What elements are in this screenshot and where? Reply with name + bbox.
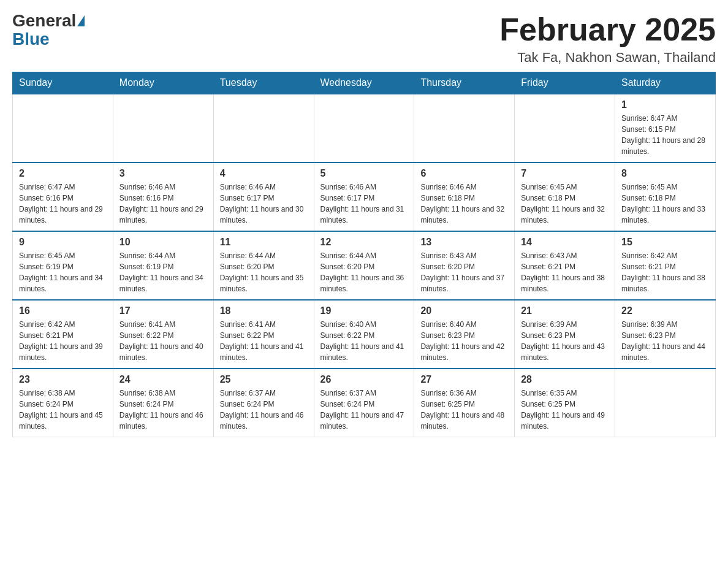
day-info: Sunrise: 6:39 AMSunset: 6:23 PMDaylight:… (521, 319, 609, 363)
calendar-week-row: 2Sunrise: 6:47 AMSunset: 6:16 PMDaylight… (13, 163, 716, 231)
calendar-day-cell: 1Sunrise: 6:47 AMSunset: 6:15 PMDaylight… (615, 94, 716, 163)
day-number: 24 (119, 374, 207, 385)
day-number: 20 (420, 305, 508, 316)
day-info: Sunrise: 6:45 AMSunset: 6:18 PMDaylight:… (621, 182, 709, 226)
day-number: 23 (19, 374, 107, 385)
day-info: Sunrise: 6:47 AMSunset: 6:16 PMDaylight:… (19, 182, 107, 226)
day-number: 3 (119, 168, 207, 179)
header-tuesday: Tuesday (213, 72, 314, 94)
day-number: 22 (621, 305, 709, 316)
calendar-day-cell: 15Sunrise: 6:42 AMSunset: 6:21 PMDayligh… (615, 231, 716, 300)
day-info: Sunrise: 6:40 AMSunset: 6:23 PMDaylight:… (420, 319, 508, 363)
calendar-day-cell: 20Sunrise: 6:40 AMSunset: 6:23 PMDayligh… (414, 300, 515, 369)
day-info: Sunrise: 6:41 AMSunset: 6:22 PMDaylight:… (220, 319, 308, 363)
calendar-day-cell: 27Sunrise: 6:36 AMSunset: 6:25 PMDayligh… (414, 369, 515, 437)
day-number: 4 (220, 168, 308, 179)
calendar-week-row: 1Sunrise: 6:47 AMSunset: 6:15 PMDaylight… (13, 94, 716, 163)
calendar-day-cell: 2Sunrise: 6:47 AMSunset: 6:16 PMDaylight… (13, 163, 113, 231)
calendar-day-cell (515, 94, 615, 163)
day-info: Sunrise: 6:37 AMSunset: 6:24 PMDaylight:… (320, 388, 408, 432)
calendar-week-row: 16Sunrise: 6:42 AMSunset: 6:21 PMDayligh… (13, 300, 716, 369)
day-number: 21 (521, 305, 609, 316)
calendar-day-cell: 13Sunrise: 6:43 AMSunset: 6:20 PMDayligh… (414, 231, 515, 300)
day-number: 1 (621, 99, 709, 110)
day-info: Sunrise: 6:38 AMSunset: 6:24 PMDaylight:… (119, 388, 207, 432)
day-info: Sunrise: 6:39 AMSunset: 6:23 PMDaylight:… (621, 319, 709, 363)
day-number: 18 (220, 305, 308, 316)
header-friday: Friday (515, 72, 615, 94)
calendar-day-cell (615, 369, 716, 437)
day-info: Sunrise: 6:41 AMSunset: 6:22 PMDaylight:… (119, 319, 207, 363)
day-number: 14 (521, 237, 609, 248)
logo-general-text: General (12, 12, 76, 29)
header-sunday: Sunday (13, 72, 113, 94)
calendar-day-cell (13, 94, 113, 163)
calendar-day-cell: 18Sunrise: 6:41 AMSunset: 6:22 PMDayligh… (213, 300, 314, 369)
logo-blue-text: Blue (12, 29, 50, 48)
calendar-day-cell: 11Sunrise: 6:44 AMSunset: 6:20 PMDayligh… (213, 231, 314, 300)
logo: General Blue (12, 12, 86, 49)
logo-triangle-icon (77, 15, 85, 26)
calendar-day-cell: 5Sunrise: 6:46 AMSunset: 6:17 PMDaylight… (314, 163, 414, 231)
day-info: Sunrise: 6:40 AMSunset: 6:22 PMDaylight:… (320, 319, 408, 363)
day-number: 17 (119, 305, 207, 316)
day-number: 5 (320, 168, 408, 179)
day-number: 10 (119, 237, 207, 248)
header-saturday: Saturday (615, 72, 716, 94)
day-number: 19 (320, 305, 408, 316)
day-info: Sunrise: 6:45 AMSunset: 6:19 PMDaylight:… (19, 250, 107, 294)
calendar-day-cell: 10Sunrise: 6:44 AMSunset: 6:19 PMDayligh… (113, 231, 213, 300)
calendar-day-cell: 4Sunrise: 6:46 AMSunset: 6:17 PMDaylight… (213, 163, 314, 231)
calendar-day-cell: 6Sunrise: 6:46 AMSunset: 6:18 PMDaylight… (414, 163, 515, 231)
calendar-week-row: 9Sunrise: 6:45 AMSunset: 6:19 PMDaylight… (13, 231, 716, 300)
calendar-day-cell: 9Sunrise: 6:45 AMSunset: 6:19 PMDaylight… (13, 231, 113, 300)
calendar-day-cell: 24Sunrise: 6:38 AMSunset: 6:24 PMDayligh… (113, 369, 213, 437)
calendar-day-cell: 23Sunrise: 6:38 AMSunset: 6:24 PMDayligh… (13, 369, 113, 437)
calendar-week-row: 23Sunrise: 6:38 AMSunset: 6:24 PMDayligh… (13, 369, 716, 437)
calendar-subtitle: Tak Fa, Nakhon Sawan, Thailand (499, 50, 716, 66)
day-info: Sunrise: 6:44 AMSunset: 6:20 PMDaylight:… (320, 250, 408, 294)
day-info: Sunrise: 6:35 AMSunset: 6:25 PMDaylight:… (521, 388, 609, 432)
calendar-table: SundayMondayTuesdayWednesdayThursdayFrid… (12, 72, 716, 437)
calendar-day-cell: 17Sunrise: 6:41 AMSunset: 6:22 PMDayligh… (113, 300, 213, 369)
title-section: February 2025 Tak Fa, Nakhon Sawan, Thai… (499, 12, 716, 66)
day-number: 13 (420, 237, 508, 248)
day-info: Sunrise: 6:45 AMSunset: 6:18 PMDaylight:… (521, 182, 609, 226)
day-number: 27 (420, 374, 508, 385)
day-number: 2 (19, 168, 107, 179)
calendar-day-cell: 22Sunrise: 6:39 AMSunset: 6:23 PMDayligh… (615, 300, 716, 369)
calendar-header-row: SundayMondayTuesdayWednesdayThursdayFrid… (13, 72, 716, 94)
day-number: 28 (521, 374, 609, 385)
day-number: 11 (220, 237, 308, 248)
calendar-day-cell: 25Sunrise: 6:37 AMSunset: 6:24 PMDayligh… (213, 369, 314, 437)
day-info: Sunrise: 6:42 AMSunset: 6:21 PMDaylight:… (19, 319, 107, 363)
day-info: Sunrise: 6:37 AMSunset: 6:24 PMDaylight:… (220, 388, 308, 432)
day-info: Sunrise: 6:43 AMSunset: 6:21 PMDaylight:… (521, 250, 609, 294)
day-number: 12 (320, 237, 408, 248)
day-info: Sunrise: 6:46 AMSunset: 6:17 PMDaylight:… (320, 182, 408, 226)
calendar-day-cell: 28Sunrise: 6:35 AMSunset: 6:25 PMDayligh… (515, 369, 615, 437)
day-number: 7 (521, 168, 609, 179)
day-number: 25 (220, 374, 308, 385)
day-number: 26 (320, 374, 408, 385)
day-number: 15 (621, 237, 709, 248)
calendar-day-cell (213, 94, 314, 163)
calendar-day-cell: 12Sunrise: 6:44 AMSunset: 6:20 PMDayligh… (314, 231, 414, 300)
header-monday: Monday (113, 72, 213, 94)
day-info: Sunrise: 6:38 AMSunset: 6:24 PMDaylight:… (19, 388, 107, 432)
calendar-title: February 2025 (499, 12, 716, 47)
day-number: 6 (420, 168, 508, 179)
day-info: Sunrise: 6:44 AMSunset: 6:20 PMDaylight:… (220, 250, 308, 294)
calendar-day-cell: 26Sunrise: 6:37 AMSunset: 6:24 PMDayligh… (314, 369, 414, 437)
calendar-day-cell: 16Sunrise: 6:42 AMSunset: 6:21 PMDayligh… (13, 300, 113, 369)
page-header: General Blue February 2025 Tak Fa, Nakho… (12, 12, 716, 66)
calendar-day-cell: 8Sunrise: 6:45 AMSunset: 6:18 PMDaylight… (615, 163, 716, 231)
calendar-day-cell (113, 94, 213, 163)
calendar-day-cell (414, 94, 515, 163)
day-info: Sunrise: 6:46 AMSunset: 6:18 PMDaylight:… (420, 182, 508, 226)
header-wednesday: Wednesday (314, 72, 414, 94)
day-info: Sunrise: 6:43 AMSunset: 6:20 PMDaylight:… (420, 250, 508, 294)
calendar-day-cell (314, 94, 414, 163)
day-info: Sunrise: 6:42 AMSunset: 6:21 PMDaylight:… (621, 250, 709, 294)
header-thursday: Thursday (414, 72, 515, 94)
